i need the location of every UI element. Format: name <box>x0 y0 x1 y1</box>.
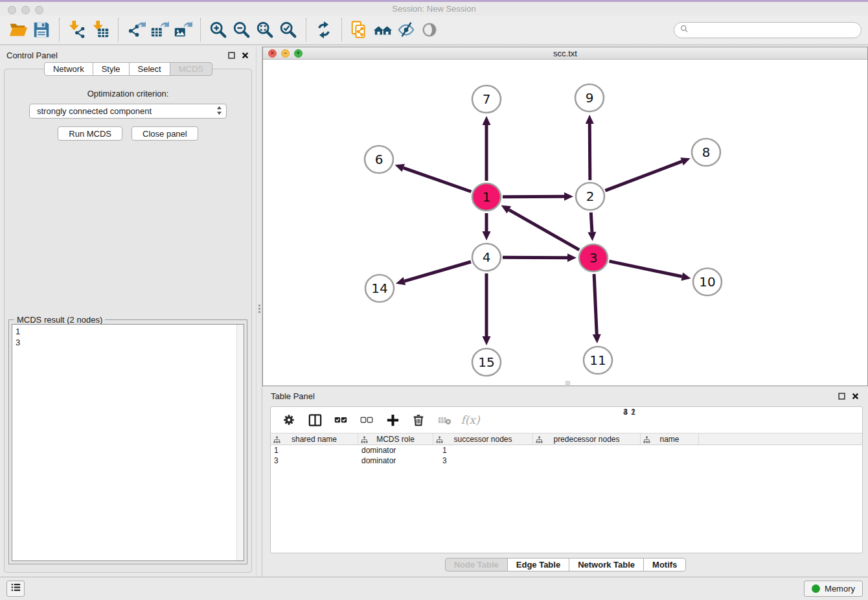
network-graph[interactable]: 7968124314101511 <box>263 60 866 386</box>
show-all-icon[interactable] <box>418 18 441 41</box>
graph-node-1[interactable]: 1 <box>472 183 501 211</box>
column-settings-icon[interactable] <box>280 411 297 428</box>
column-header-shared-name[interactable]: shared name <box>271 433 358 444</box>
first-neighbors-icon[interactable] <box>371 18 394 41</box>
hide-selected-icon[interactable] <box>394 18 418 41</box>
tab-select[interactable]: Select <box>129 62 170 76</box>
clone-network-icon[interactable] <box>348 18 371 41</box>
split-panel-icon[interactable] <box>306 411 323 428</box>
panel-splitter[interactable] <box>256 47 262 577</box>
run-mcds-button[interactable]: Run MCDS <box>58 126 122 141</box>
edge-3-11[interactable] <box>593 274 601 343</box>
delete-entry-icon[interactable] <box>410 411 427 428</box>
toolbar-separator <box>118 18 119 41</box>
graph-node-11[interactable]: 11 <box>584 347 612 374</box>
criterion-dropdown[interactable]: strongly connected component <box>29 104 227 119</box>
apply-layout-icon[interactable] <box>312 18 336 41</box>
edge-4-15[interactable] <box>483 273 491 345</box>
graph-node-8[interactable]: 8 <box>692 139 720 166</box>
graph-node-9[interactable]: 9 <box>575 84 604 111</box>
zoom-fit-icon[interactable] <box>253 18 277 41</box>
edge-3-1[interactable] <box>501 205 580 250</box>
zoom-selected-icon[interactable] <box>277 18 300 41</box>
import-table-icon[interactable] <box>89 18 112 41</box>
column-header-name[interactable]: name <box>641 433 699 444</box>
edge-4-3[interactable] <box>503 253 577 262</box>
table-tabs: Node TableEdge TableNetwork TableMotifs <box>262 558 868 571</box>
graph-node-15[interactable]: 15 <box>472 349 501 376</box>
control-panel-title: Control Panel <box>6 51 58 60</box>
graph-node-10[interactable]: 10 <box>693 268 722 295</box>
column-label: successor nodes <box>453 435 512 444</box>
graph-node-3[interactable]: 3 <box>579 244 608 271</box>
edge-3-10[interactable] <box>609 261 691 281</box>
svg-text:11: 11 <box>589 352 606 368</box>
export-table-icon[interactable] <box>148 18 171 41</box>
export-network-icon[interactable] <box>124 18 148 41</box>
toolbar-icon-strip <box>6 18 441 41</box>
result-scrollbar[interactable] <box>236 325 244 560</box>
tab-network[interactable]: Network <box>44 62 93 76</box>
column-header-successor-nodes[interactable]: successor nodes <box>433 433 533 444</box>
mcds-result-textarea[interactable]: 1 3 <box>12 324 244 561</box>
canvas-resize-knob[interactable] <box>565 381 570 385</box>
search-box[interactable] <box>674 22 862 38</box>
edge-2-9[interactable] <box>586 115 594 180</box>
function-builder-icon[interactable]: f(x) <box>462 411 479 428</box>
tab-edge-table[interactable]: Edge Table <box>507 558 569 571</box>
zoom-out-icon[interactable] <box>230 18 253 41</box>
control-panel-tabs: NetworkStyleSelectMCDS <box>0 62 256 76</box>
search-input[interactable] <box>692 25 855 35</box>
graph-node-2[interactable]: 2 <box>576 183 604 210</box>
save-session-icon[interactable] <box>30 18 53 41</box>
application-window: Session: New Session Control Panel <box>0 0 868 600</box>
edge-1-7[interactable] <box>483 116 491 181</box>
tab-mcds[interactable]: MCDS <box>170 62 212 76</box>
graph-node-4[interactable]: 4 <box>472 244 501 271</box>
network-canvas[interactable]: 7968124314101511 <box>263 60 867 386</box>
mcds-result-box: MCDS result (2 nodes) 1 3 <box>8 319 247 564</box>
column-label: shared name <box>291 435 337 444</box>
cell-MCDS-role: dominator <box>358 456 433 466</box>
main-area: Control Panel NetworkStyleSelectMCDS Opt… <box>0 47 868 577</box>
select-all-icon[interactable] <box>332 411 349 428</box>
float-panel-icon[interactable] <box>227 51 236 60</box>
node-table-container: f(x) shared nameMCDS rolesuccessor nodes… <box>270 406 863 553</box>
graph-node-7[interactable]: 7 <box>472 86 501 113</box>
graph-node-14[interactable]: 14 <box>365 275 394 302</box>
svg-text:4: 4 <box>483 249 491 265</box>
edge-1-2[interactable] <box>503 192 573 201</box>
mcds-result-title: MCDS result (2 nodes) <box>14 315 105 325</box>
memory-button[interactable]: Memory <box>804 581 863 597</box>
edge-2-8[interactable] <box>605 157 690 190</box>
window-titlebar: Session: New Session <box>0 0 868 16</box>
graph-node-6[interactable]: 6 <box>365 146 393 173</box>
add-entry-icon[interactable] <box>384 411 401 428</box>
close-panel-icon[interactable] <box>241 51 249 60</box>
close-table-panel-icon[interactable] <box>851 392 860 400</box>
tab-node-table[interactable]: Node Table <box>445 558 508 571</box>
edge-1-6[interactable] <box>395 164 472 192</box>
edge-4-14[interactable] <box>396 262 471 285</box>
tab-network-table[interactable]: Network Table <box>569 558 644 571</box>
svg-text:3: 3 <box>589 250 598 266</box>
deselect-all-icon[interactable] <box>358 411 375 428</box>
cell-name: 1 <box>433 445 492 456</box>
column-header-MCDS-role[interactable]: MCDS role <box>358 433 433 444</box>
hierarchy-icon <box>361 436 368 445</box>
tab-motifs[interactable]: Motifs <box>643 558 686 571</box>
edge-2-3[interactable] <box>588 213 596 241</box>
delete-table-icon[interactable] <box>436 411 453 428</box>
tab-style[interactable]: Style <box>93 62 130 76</box>
workspace: ✕ − + scc.txt 7968124314101511 Table Pan… <box>262 47 868 577</box>
open-session-icon[interactable] <box>6 18 30 41</box>
table-row[interactable]: 3dominator323 <box>271 456 862 466</box>
close-panel-button[interactable]: Close panel <box>131 126 198 141</box>
edge-1-4[interactable] <box>483 213 491 240</box>
zoom-in-icon[interactable] <box>207 18 230 41</box>
import-network-icon[interactable] <box>65 18 89 41</box>
criterion-value: strongly connected component <box>37 106 216 116</box>
float-table-panel-icon[interactable] <box>838 392 846 400</box>
export-image-icon[interactable] <box>171 18 194 41</box>
task-history-button[interactable] <box>6 581 25 597</box>
